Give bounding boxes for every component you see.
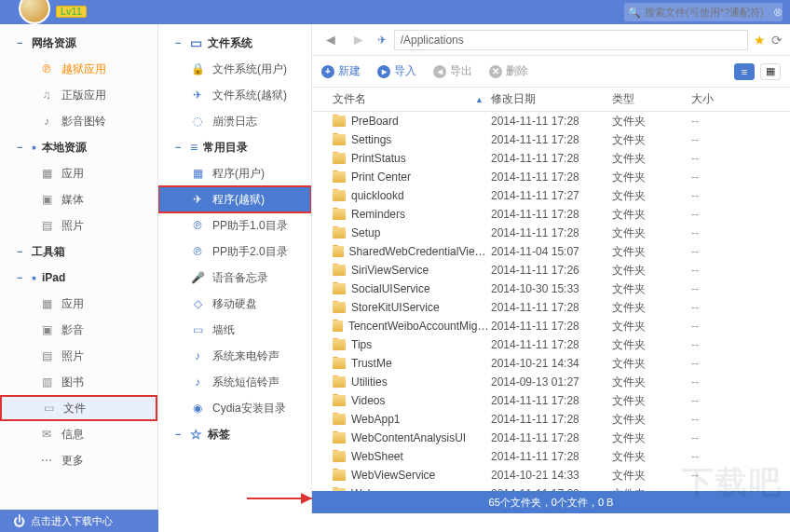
- search-clear-icon[interactable]: ⊗: [773, 6, 783, 19]
- import-button[interactable]: ▸导入: [377, 63, 416, 79]
- table-row[interactable]: StoreKitUIService2014-11-11 17:28文件夹--: [312, 298, 790, 317]
- item-icon: ▣: [39, 193, 54, 206]
- section-head[interactable]: −☆标签: [158, 421, 311, 447]
- table-row[interactable]: Settings2014-11-11 17:28文件夹--: [312, 130, 790, 149]
- item-icon: ♪: [190, 349, 205, 362]
- table-row[interactable]: PrintStatus2014-11-11 17:28文件夹--: [312, 149, 790, 168]
- item-icon: ◌: [190, 115, 205, 128]
- new-button[interactable]: +新建: [321, 63, 361, 79]
- table-row[interactable]: PreBoard2014-11-11 17:28文件夹--: [312, 112, 790, 130]
- item-icon: ▤: [39, 219, 54, 232]
- tree-item[interactable]: ✈程序(越狱): [158, 186, 311, 212]
- section-head[interactable]: −▪本地资源: [0, 134, 157, 160]
- folder-icon: [333, 339, 346, 350]
- item-icon: ▦: [39, 167, 54, 180]
- folder-icon: [333, 395, 346, 406]
- search-input[interactable]: [645, 7, 773, 18]
- table-row[interactable]: Setup2014-11-11 17:28文件夹--: [312, 224, 790, 242]
- section-head[interactable]: −工具箱: [0, 239, 157, 265]
- sidebar-item[interactable]: ⋯更多: [0, 447, 157, 473]
- table-row[interactable]: Web2014-11-11 17:28文件夹--: [312, 484, 790, 491]
- tree-item[interactable]: 🎤语音备忘录: [158, 265, 311, 291]
- item-icon: 🔒: [190, 62, 205, 75]
- item-icon: ▦: [39, 297, 54, 310]
- table-row[interactable]: WebViewService2014-10-21 14:33文件夹--: [312, 466, 790, 484]
- item-icon: ✈: [190, 89, 205, 102]
- tree-item[interactable]: 🔒文件系统(用户): [158, 56, 311, 82]
- table-row[interactable]: SiriViewService2014-11-11 17:26文件夹--: [312, 261, 790, 280]
- table-row[interactable]: SharedWebCredentialViewService2014-11-04…: [312, 242, 790, 261]
- table-row[interactable]: WebContentAnalysisUI2014-11-11 17:28文件夹-…: [312, 429, 790, 447]
- tree-item[interactable]: ♪系统短信铃声: [158, 369, 311, 395]
- item-icon: ▤: [39, 349, 54, 362]
- folder-icon: [333, 227, 346, 239]
- item-icon: ▦: [190, 167, 205, 180]
- sidebar-item[interactable]: ▤照片: [0, 343, 157, 369]
- tree-item[interactable]: ◉Cydia安装目录: [158, 395, 311, 421]
- tree-item[interactable]: ℗PP助手2.0目录: [158, 239, 311, 265]
- sidebar-item[interactable]: ♫正版应用: [0, 82, 157, 108]
- star-icon[interactable]: ★: [754, 33, 766, 48]
- table-row[interactable]: Utilities2014-09-13 01:27文件夹--: [312, 373, 790, 391]
- nav-forward-icon[interactable]: ►: [347, 32, 370, 48]
- sidebar-item[interactable]: ▤照片: [0, 212, 157, 239]
- nav-back-icon[interactable]: ◄: [320, 32, 342, 48]
- folder-icon: [333, 488, 346, 491]
- table-row[interactable]: SocialUIService2014-10-30 15:33文件夹--: [312, 280, 790, 298]
- folder-icon: [333, 116, 346, 127]
- item-icon: ◉: [190, 402, 205, 415]
- sidebar-item[interactable]: ℗越狱应用: [0, 56, 157, 82]
- item-icon: ▭: [190, 323, 205, 336]
- avatar[interactable]: [19, 0, 50, 24]
- section-icon: ▭: [190, 35, 202, 50]
- table-row[interactable]: quicklookd2014-11-11 17:27文件夹--: [312, 186, 790, 205]
- item-icon: ▥: [39, 375, 54, 389]
- table-row[interactable]: WebSheet2014-11-11 17:28文件夹--: [312, 447, 790, 466]
- search-box[interactable]: 🔍 ⊗: [624, 3, 783, 21]
- table-row[interactable]: WebApp12014-11-11 17:28文件夹--: [312, 410, 790, 429]
- folder-icon: [333, 265, 346, 276]
- sidebar-item[interactable]: ♪影音图铃: [0, 108, 157, 134]
- tree-item[interactable]: ✈文件系统(越狱): [158, 82, 311, 108]
- header-size[interactable]: 大小: [691, 91, 766, 107]
- export-button[interactable]: ◂导出: [433, 63, 472, 79]
- sidebar-item[interactable]: ▥图书: [0, 369, 157, 395]
- table-row[interactable]: Videos2014-11-11 17:28文件夹--: [312, 391, 790, 410]
- delete-button[interactable]: ✕删除: [489, 63, 528, 79]
- tree-item[interactable]: ▭墙纸: [158, 317, 311, 343]
- section-head[interactable]: −▪iPad: [0, 265, 157, 291]
- section-head[interactable]: −≡常用目录: [158, 134, 311, 160]
- header-type[interactable]: 类型: [612, 91, 691, 107]
- table-row[interactable]: Print Center2014-11-11 17:28文件夹--: [312, 168, 790, 186]
- tree-item[interactable]: ▦程序(用户): [158, 160, 311, 186]
- table-row[interactable]: Tips2014-11-11 17:28文件夹--: [312, 335, 790, 354]
- folder-icon: [333, 451, 346, 462]
- status-bar: 65个文件夹，0个文件，0 B: [312, 491, 790, 513]
- refresh-icon[interactable]: ⟳: [771, 33, 783, 48]
- section-head[interactable]: −▭文件系统: [158, 30, 311, 56]
- folder-icon: [333, 414, 346, 425]
- tree-item[interactable]: ◌崩溃日志: [158, 108, 311, 134]
- sidebar-item[interactable]: ▦应用: [0, 291, 157, 317]
- header-name[interactable]: 文件名▲: [333, 91, 491, 107]
- sidebar-item[interactable]: ✉信息: [0, 421, 157, 447]
- folder-icon: [333, 190, 346, 201]
- download-center-button[interactable]: ⏻ 点击进入下载中心: [0, 510, 158, 532]
- view-grid-icon[interactable]: ▦: [760, 63, 781, 80]
- sidebar-item[interactable]: ▭文件: [0, 395, 157, 421]
- table-row[interactable]: TencentWeiboAccountMigrationDia...2014-1…: [312, 317, 790, 335]
- tree-item[interactable]: ♪系统来电铃声: [158, 343, 311, 369]
- table-row[interactable]: Reminders2014-11-11 17:28文件夹--: [312, 205, 790, 224]
- folder-icon: [333, 321, 343, 332]
- sidebar-item[interactable]: ▣媒体: [0, 186, 157, 212]
- tree-item[interactable]: ℗PP助手1.0目录: [158, 212, 311, 239]
- header-date[interactable]: 修改日期: [491, 91, 612, 107]
- table-row[interactable]: TrustMe2014-10-21 14:34文件夹--: [312, 354, 790, 373]
- section-head[interactable]: −网络资源: [0, 30, 157, 56]
- sidebar-item[interactable]: ▦应用: [0, 160, 157, 186]
- path-input[interactable]: [394, 30, 748, 50]
- bullet-icon: ▪: [32, 270, 36, 285]
- view-list-icon[interactable]: ≡: [734, 63, 755, 80]
- tree-item[interactable]: ◇移动硬盘: [158, 291, 311, 317]
- sidebar-item[interactable]: ▣影音: [0, 317, 157, 343]
